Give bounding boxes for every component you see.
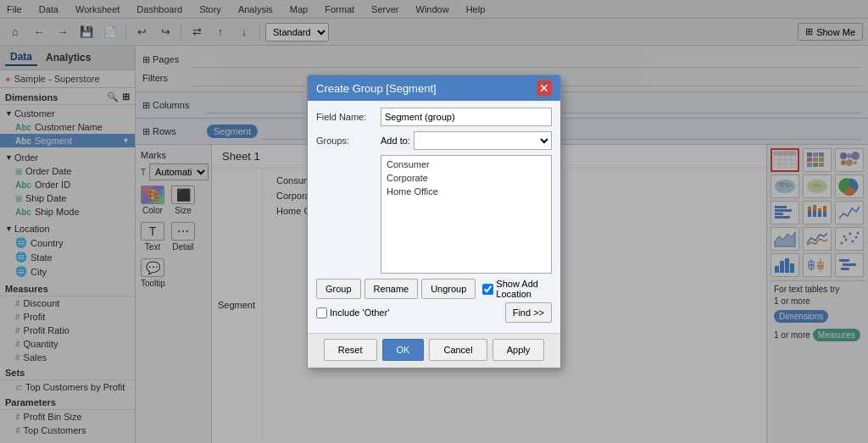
add-to-label: Add to: <box>381 136 410 146</box>
add-to-select[interactable] <box>414 131 552 150</box>
rename-button[interactable]: Rename <box>364 279 419 299</box>
list-row: Consumer Corporate Home Office <box>316 155 552 274</box>
dialog-footer: Reset OK Cancel Apply <box>308 333 560 368</box>
field-name-label: Field Name: <box>316 112 376 122</box>
dialog-title: Create Group [Segment] ✕ <box>308 75 560 101</box>
dialog-body: Field Name: Groups: Add to: Consumer Cor… <box>308 101 560 333</box>
list-item-home-office[interactable]: Home Office <box>383 185 549 198</box>
list-item-corporate[interactable]: Corporate <box>383 171 549 185</box>
group-button[interactable]: Group <box>316 279 361 299</box>
include-other-row: Include 'Other' Find >> <box>316 302 552 323</box>
cancel-button[interactable]: Cancel <box>429 339 487 361</box>
dialog-overlay: Create Group [Segment] ✕ Field Name: Gro… <box>0 0 868 443</box>
show-add-location-row: Show Add Location <box>482 279 552 299</box>
find-button[interactable]: Find >> <box>505 302 552 323</box>
action-buttons-row: Group Rename Ungroup Show Add Location <box>316 279 552 299</box>
groups-list[interactable]: Consumer Corporate Home Office <box>381 155 552 274</box>
groups-label: Groups: <box>316 136 376 146</box>
reset-button[interactable]: Reset <box>324 339 377 361</box>
show-add-location-checkbox[interactable] <box>482 284 493 295</box>
groups-row: Groups: Add to: <box>316 131 552 150</box>
apply-button[interactable]: Apply <box>492 339 545 361</box>
include-other-checkbox[interactable] <box>316 307 327 318</box>
ungroup-button[interactable]: Ungroup <box>421 279 476 299</box>
dialog-close-button[interactable]: ✕ <box>537 80 552 96</box>
list-item-consumer[interactable]: Consumer <box>383 158 549 171</box>
include-other-label: Include 'Other' <box>316 307 389 318</box>
field-name-input[interactable] <box>381 108 552 126</box>
ok-button[interactable]: OK <box>382 339 425 361</box>
field-name-row: Field Name: <box>316 108 552 126</box>
create-group-dialog: Create Group [Segment] ✕ Field Name: Gro… <box>307 75 561 368</box>
